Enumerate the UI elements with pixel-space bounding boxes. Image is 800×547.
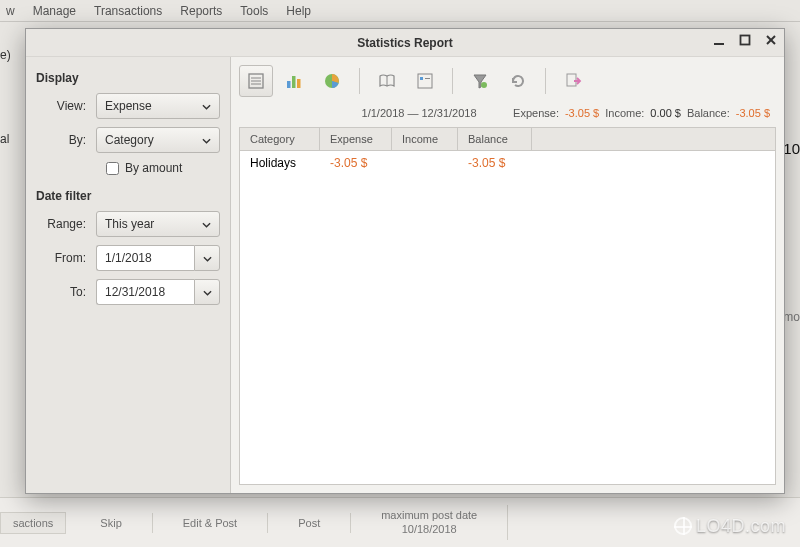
view-value: Expense bbox=[105, 99, 152, 113]
income-label: Income: bbox=[605, 107, 644, 119]
refresh-icon bbox=[508, 71, 528, 91]
toolbar bbox=[239, 65, 776, 103]
to-date-input[interactable]: 12/31/2018 bbox=[96, 279, 194, 305]
list-view-button[interactable] bbox=[239, 65, 273, 97]
toolbar-separator bbox=[359, 68, 360, 94]
by-amount-label: By amount bbox=[125, 161, 182, 175]
col-income[interactable]: Income bbox=[392, 128, 458, 150]
chevron-down-icon bbox=[203, 285, 212, 299]
dialog-titlebar: Statistics Report bbox=[26, 29, 784, 57]
col-expense[interactable]: Expense bbox=[320, 128, 392, 150]
menu-item[interactable]: Manage bbox=[33, 4, 76, 18]
table-body: Holidays -3.05 $ -3.05 $ bbox=[239, 150, 776, 485]
to-label: To: bbox=[36, 285, 96, 299]
globe-icon bbox=[674, 517, 692, 535]
legend-toggle-button[interactable] bbox=[408, 65, 442, 97]
range-label: Range: bbox=[36, 217, 96, 231]
cell-balance: -3.05 $ bbox=[458, 154, 532, 172]
minimize-button[interactable] bbox=[712, 33, 726, 47]
col-balance[interactable]: Balance bbox=[458, 128, 532, 150]
pie-chart-button[interactable] bbox=[315, 65, 349, 97]
view-label: View: bbox=[36, 99, 96, 113]
export-icon bbox=[563, 71, 583, 91]
chevron-down-icon bbox=[203, 251, 212, 265]
chevron-down-icon bbox=[202, 217, 211, 231]
maximize-button[interactable] bbox=[738, 33, 752, 47]
export-button[interactable] bbox=[556, 65, 590, 97]
table-header: Category Expense Income Balance bbox=[239, 127, 776, 150]
skip-button[interactable]: Skip bbox=[70, 513, 152, 533]
statistics-report-dialog: Statistics Report Display View: Expense bbox=[25, 28, 785, 494]
legend-icon bbox=[415, 71, 435, 91]
by-combo[interactable]: Category bbox=[96, 127, 220, 153]
display-section-label: Display bbox=[36, 71, 220, 85]
background-menubar: w Manage Transactions Reports Tools Help bbox=[0, 0, 800, 22]
col-category[interactable]: Category bbox=[240, 128, 320, 150]
summary-row: 1/1/2018 — 12/31/2018 Expense: -3.05 $ I… bbox=[239, 103, 776, 127]
by-label: By: bbox=[36, 133, 96, 147]
from-date-input[interactable]: 1/1/2018 bbox=[96, 245, 194, 271]
from-label: From: bbox=[36, 251, 96, 265]
toolbar-separator bbox=[452, 68, 453, 94]
background-tab[interactable]: sactions bbox=[0, 512, 66, 534]
filter-button[interactable] bbox=[463, 65, 497, 97]
income-value: 0.00 $ bbox=[650, 107, 681, 119]
svg-rect-17 bbox=[567, 74, 576, 86]
svg-rect-9 bbox=[292, 76, 296, 88]
svg-rect-13 bbox=[418, 74, 432, 88]
main-content: 1/1/2018 — 12/31/2018 Expense: -3.05 $ I… bbox=[231, 57, 784, 493]
date-filter-section-label: Date filter bbox=[36, 189, 220, 203]
watermark: LO4D.com bbox=[674, 516, 786, 537]
refresh-button[interactable] bbox=[501, 65, 535, 97]
svg-rect-8 bbox=[287, 81, 291, 88]
chevron-down-icon bbox=[202, 99, 211, 113]
menu-item[interactable]: Reports bbox=[180, 4, 222, 18]
post-button[interactable]: Post bbox=[268, 513, 351, 533]
balance-label: Balance: bbox=[687, 107, 730, 119]
range-combo[interactable]: This year bbox=[96, 211, 220, 237]
chevron-down-icon bbox=[202, 133, 211, 147]
view-combo[interactable]: Expense bbox=[96, 93, 220, 119]
to-date-picker-button[interactable] bbox=[194, 279, 220, 305]
edit-post-button[interactable]: Edit & Post bbox=[153, 513, 268, 533]
svg-rect-14 bbox=[420, 77, 423, 80]
list-icon bbox=[246, 71, 266, 91]
expense-value: -3.05 $ bbox=[565, 107, 599, 119]
bar-chart-icon bbox=[284, 71, 304, 91]
cell-expense: -3.05 $ bbox=[320, 154, 392, 172]
toolbar-separator bbox=[545, 68, 546, 94]
svg-rect-10 bbox=[297, 79, 301, 88]
expense-label: Expense: bbox=[513, 107, 559, 119]
close-button[interactable] bbox=[764, 33, 778, 47]
sidebar: Display View: Expense By: Category By am… bbox=[26, 57, 231, 493]
bar-chart-button[interactable] bbox=[277, 65, 311, 97]
background-clipped-text: e) al bbox=[0, 30, 25, 146]
date-range-text: 1/1/2018 — 12/31/2018 bbox=[325, 107, 513, 119]
by-amount-checkbox[interactable] bbox=[106, 162, 119, 175]
table-row[interactable]: Holidays -3.05 $ -3.05 $ bbox=[240, 151, 775, 175]
menu-item[interactable]: Help bbox=[286, 4, 311, 18]
menu-item[interactable]: Tools bbox=[240, 4, 268, 18]
balance-value: -3.05 $ bbox=[736, 107, 770, 119]
cell-category: Holidays bbox=[240, 154, 320, 172]
menu-item[interactable]: w bbox=[6, 4, 15, 18]
by-value: Category bbox=[105, 133, 154, 147]
cell-income bbox=[392, 154, 458, 172]
detail-view-button[interactable] bbox=[370, 65, 404, 97]
menu-item[interactable]: Transactions bbox=[94, 4, 162, 18]
from-date-picker-button[interactable] bbox=[194, 245, 220, 271]
max-post-date: maximum post date 10/18/2018 bbox=[351, 505, 508, 539]
pie-chart-icon bbox=[322, 71, 342, 91]
svg-point-16 bbox=[481, 82, 487, 88]
book-icon bbox=[377, 71, 397, 91]
dialog-title: Statistics Report bbox=[357, 36, 452, 50]
range-value: This year bbox=[105, 217, 154, 231]
svg-rect-1 bbox=[741, 36, 750, 45]
funnel-icon bbox=[470, 71, 490, 91]
